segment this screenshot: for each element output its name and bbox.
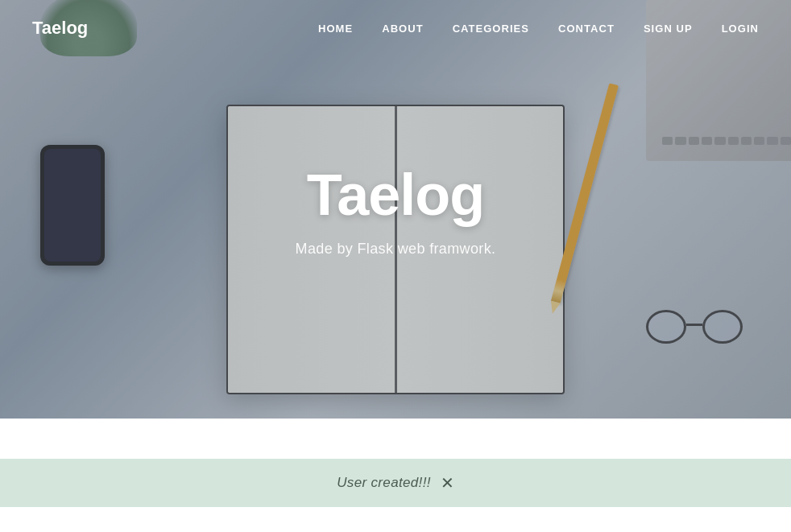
- alert-close-button[interactable]: ✕: [441, 475, 454, 491]
- navbar: Taelog HOME ABOUT CATEGORIES CONTACT SIG…: [0, 0, 791, 56]
- nav-login[interactable]: LOGIN: [722, 23, 759, 35]
- nav-links: HOME ABOUT CATEGORIES CONTACT SIGN UP LO…: [318, 21, 759, 35]
- hero-section: Taelog Made by Flask web framwork.: [0, 0, 791, 419]
- hero-subtitle: Made by Flask web framwork.: [296, 241, 496, 258]
- hero-content: Taelog Made by Flask web framwork.: [296, 162, 496, 258]
- alert-message: User created!!!: [337, 475, 431, 491]
- nav-categories[interactable]: CATEGORIES: [453, 23, 529, 35]
- hero-title: Taelog: [296, 162, 496, 228]
- nav-home[interactable]: HOME: [318, 23, 353, 35]
- brand-logo[interactable]: Taelog: [32, 18, 88, 39]
- white-strip: [0, 419, 791, 459]
- nav-about[interactable]: ABOUT: [382, 23, 423, 35]
- nav-signup[interactable]: SIGN UP: [644, 23, 693, 35]
- nav-contact[interactable]: CONTACT: [558, 23, 615, 35]
- alert-banner: User created!!! ✕: [0, 459, 791, 507]
